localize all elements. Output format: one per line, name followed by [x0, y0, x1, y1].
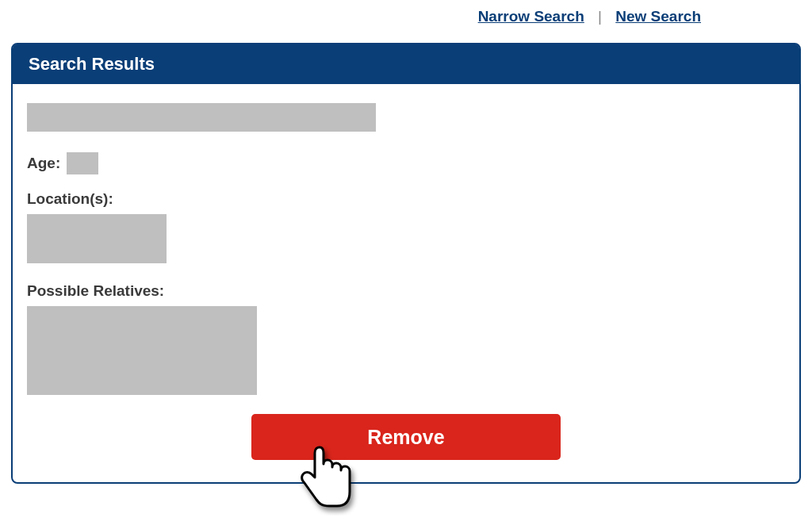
- panel-body: Age: Location(s): Possible Relatives: Re…: [13, 84, 799, 482]
- relatives-label: Possible Relatives:: [27, 282, 785, 300]
- narrow-search-link[interactable]: Narrow Search: [478, 8, 584, 25]
- locations-section: Location(s):: [27, 190, 785, 263]
- age-row: Age:: [27, 152, 785, 174]
- name-redacted-block: [27, 103, 376, 132]
- link-divider: |: [598, 8, 602, 25]
- locations-label: Location(s):: [27, 190, 785, 208]
- age-label: Age:: [27, 155, 60, 172]
- locations-redacted-block: [27, 214, 167, 263]
- remove-button[interactable]: Remove: [251, 414, 561, 460]
- age-redacted-block: [67, 152, 98, 174]
- relatives-section: Possible Relatives:: [27, 282, 785, 395]
- search-results-panel: Search Results Age: Location(s): Possibl…: [11, 43, 801, 484]
- relatives-redacted-block: [27, 306, 257, 395]
- new-search-link[interactable]: New Search: [615, 8, 701, 25]
- top-links: Narrow Search | New Search: [0, 0, 812, 25]
- panel-title: Search Results: [13, 44, 799, 84]
